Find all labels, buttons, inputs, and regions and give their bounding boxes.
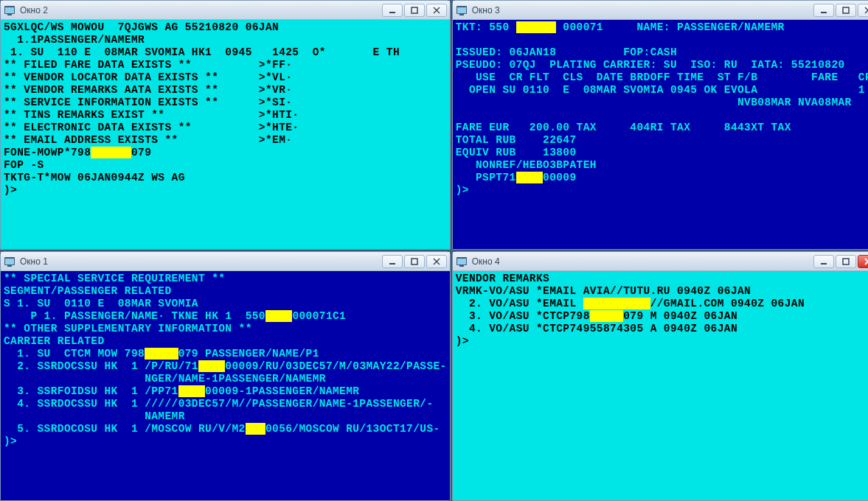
close-button[interactable] [426,4,447,17]
minimize-button[interactable] [382,255,403,268]
svg-rect-2 [7,14,12,15]
terminal-w4[interactable]: VENDOR REMARKSVRMK-VO/ASU *EMAIL AVIA//T… [453,271,868,500]
terminal-w2[interactable]: 5GXLQC/WS MOWOU 7QJGWS AG 55210820 06JAN… [1,20,450,249]
term-line: 5GXLQC/WS MOWOU 7QJGWS AG 55210820 06JAN [4,21,447,34]
maximize-button[interactable] [836,255,856,268]
redacted [91,147,131,158]
titlebar-w4[interactable]: Окно 4 [453,252,868,271]
maximize-icon [842,258,850,265]
redacted [590,310,624,322]
term-line: 1. SU CTCM MOW 798 079 PASSENGER/NAME/P1 [4,348,447,360]
term-line: TOTAL RUB 22647 [456,134,868,147]
redacted [246,423,265,435]
svg-rect-16 [7,265,12,267]
term-line: )> [4,435,447,448]
titlebar-w1[interactable]: Окно 1 [1,252,450,271]
term-line [456,109,868,122]
term-line: EQUIV RUB 13800 [456,147,868,159]
svg-rect-24 [821,263,827,264]
terminal-w1[interactable]: ** SPECIAL SERVICE REQUIREMENT **SEGMENT… [1,271,450,500]
svg-rect-23 [459,265,464,267]
maximize-button[interactable] [836,4,856,17]
maximize-icon [411,7,418,14]
term-line: USE CR FLT CLS DATE BRDOFF TIME ST F/B F… [456,71,868,84]
maximize-button[interactable] [404,255,425,268]
svg-rect-15 [5,259,14,264]
term-line: ** VENDOR LOCATOR DATA EXISTS ** >*VL· [4,71,447,84]
term-line [456,34,868,46]
term-line: 2. VO/ASU *EMAIL //GMAIL.COM 0940Z 06JAN [456,298,868,310]
term-line: )> [4,184,447,197]
terminal-w3[interactable]: TKT: 550 000071 NAME: PASSENGER/NAMEMR I… [453,20,868,249]
term-line: 3. VO/ASU *CTCP798 079 M 0940Z 06JAN [456,310,868,323]
redacted [516,172,543,183]
close-button[interactable] [426,255,447,268]
svg-rect-22 [457,259,466,264]
term-line: 4. VO/ASU *CTCP74955874305 A 0940Z 06JAN [456,323,868,335]
term-line: VRMK-VO/ASU *EMAIL AVIA//TUTU.RU 0940Z 0… [456,285,868,298]
term-line: S 1. SU 0110 E 08MAR SVOMIA [4,298,447,310]
titlebar-w2[interactable]: Окно 2 [1,1,450,20]
close-button[interactable] [858,4,868,17]
term-line: VENDOR REMARKS [456,273,868,285]
redacted [583,298,650,309]
window-controls [813,4,868,17]
close-icon [864,7,868,14]
term-line: )> [456,335,868,348]
window-3: Окно 3 TKT: 550 000071 NAME: PASSENGER/N… [452,0,868,250]
term-line: 1. SU 110 E 08MAR SVOMIA HK1 0945 1425 O… [4,46,447,59]
term-line: FOP -S [4,159,447,172]
window-2: Окно 2 5GXLQC/WS MOWOU 7QJGWS AG 5521082… [0,0,451,250]
minimize-icon [389,7,396,14]
minimize-icon [389,258,396,265]
minimize-button[interactable] [382,4,403,17]
term-line: TKTG-T*MOW 06JAN0944Z WS AG [4,172,447,184]
minimize-button[interactable] [813,255,834,268]
svg-rect-25 [843,259,849,264]
svg-rect-11 [843,7,849,13]
redacted [198,360,225,372]
window-4: Окно 4 VENDOR REMARKSVRMK-VO/ASU *EMAIL … [452,251,868,501]
term-line: NAMEMR [4,410,447,423]
minimize-icon [820,258,827,265]
close-icon [433,7,440,14]
titlebar-w3[interactable]: Окно 3 [453,1,868,20]
maximize-icon [411,258,418,265]
term-line: ** SERVICE INFORMATION EXISTS ** >*SI· [4,97,447,109]
term-line: NONREF/HEBO3BPATEH [456,159,868,172]
term-line: ** FILED FARE DATA EXISTS ** >*FF· [4,59,447,71]
window-1: Окно 1 ** SPECIAL SERVICE REQUIREMENT **… [0,251,451,501]
term-line: 2. SSRDOCSSU HK 1 /P/RU/71 00009/RU/03DE… [4,360,447,373]
term-line: FARE EUR 200.00 TAX 404RI TAX 8443XT TAX [456,122,868,134]
term-line: SEGMENT/PASSENGER RELATED [4,285,447,298]
term-line: ** OTHER SUPPLEMENTARY INFORMATION ** [4,323,447,335]
maximize-button[interactable] [404,4,425,17]
term-line: 5. SSRDOCOSU HK 1 /MOSCOW RU/V/M2 0056/M… [4,423,447,435]
svg-rect-1 [5,7,14,13]
close-button[interactable] [858,255,868,268]
minimize-button[interactable] [813,4,834,17]
app-icon [456,4,468,16]
term-line: TKT: 550 000071 NAME: PASSENGER/NAMEMR [456,21,868,34]
svg-rect-3 [389,12,395,13]
redacted [516,21,557,33]
term-line: 4. SSRDOCSSU HK 1 /////03DEC57/M//PASSEN… [4,398,447,410]
term-line: CARRIER RELATED [4,335,447,348]
window-title: Окно 3 [472,5,500,15]
term-line: NGER/NAME-1PASSENGER/NAMEMR [4,373,447,385]
redacted [178,385,205,397]
term-line: ** ELECTRONIC DATA EXISTS ** >*HTE· [4,122,447,134]
close-icon [864,258,868,265]
svg-rect-4 [412,7,417,13]
app-icon [4,4,15,16]
term-line: PSEUDO: 07QJ PLATING CARRIER: SU ISO: RU… [456,59,868,71]
window-controls [813,255,868,268]
term-line: PSPT71 00009 [456,172,868,184]
term-line: 3. SSRFOIDSU HK 1 /PP71 00009-1PASSENGER… [4,385,447,398]
term-line: ** TINS REMARKS EXIST ** >*HTI· [4,109,447,122]
window-title: Окно 4 [472,256,500,267]
maximize-icon [842,7,850,14]
term-line: ** VENDOR REMARKS AATA EXISTS ** >*VR· [4,84,447,97]
svg-rect-9 [459,14,464,15]
app-icon [456,256,468,267]
